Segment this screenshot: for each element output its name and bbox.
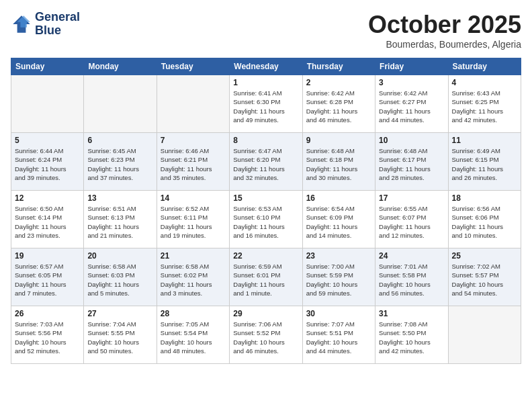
calendar-week-5: 26Sunrise: 7:03 AM Sunset: 5:56 PM Dayli… (11, 306, 521, 364)
calendar-cell: 26Sunrise: 7:03 AM Sunset: 5:56 PM Dayli… (11, 306, 84, 364)
calendar-cell: 12Sunrise: 6:50 AM Sunset: 6:14 PM Dayli… (11, 191, 84, 248)
day-info: Sunrise: 6:45 AM Sunset: 6:23 PM Dayligh… (87, 146, 152, 182)
day-number: 12 (15, 193, 80, 203)
day-info: Sunrise: 6:48 AM Sunset: 6:18 PM Dayligh… (306, 146, 371, 182)
logo: General Blue (11, 11, 80, 38)
day-number: 25 (452, 251, 517, 261)
day-info: Sunrise: 6:43 AM Sunset: 6:25 PM Dayligh… (452, 89, 517, 124)
calendar-cell: 5Sunrise: 6:44 AM Sunset: 6:24 PM Daylig… (11, 133, 84, 191)
calendar-cell: 24Sunrise: 7:01 AM Sunset: 5:58 PM Dayli… (375, 248, 448, 306)
calendar-cell: 13Sunrise: 6:51 AM Sunset: 6:13 PM Dayli… (84, 191, 157, 248)
day-info: Sunrise: 7:08 AM Sunset: 5:50 PM Dayligh… (379, 320, 444, 355)
day-number: 30 (306, 309, 371, 318)
day-info: Sunrise: 6:50 AM Sunset: 6:14 PM Dayligh… (15, 204, 80, 240)
day-number: 10 (379, 136, 444, 145)
location-subtitle: Boumerdas, Boumerdes, Algeria (368, 39, 521, 50)
calendar-week-1: 1Sunrise: 6:41 AM Sunset: 6:30 PM Daylig… (11, 75, 521, 133)
day-number: 29 (233, 309, 298, 318)
day-info: Sunrise: 7:02 AM Sunset: 5:57 PM Dayligh… (452, 262, 517, 298)
day-number: 14 (161, 193, 226, 203)
calendar-cell: 18Sunrise: 6:56 AM Sunset: 6:06 PM Dayli… (448, 191, 521, 248)
day-info: Sunrise: 6:44 AM Sunset: 6:24 PM Dayligh… (15, 146, 80, 182)
day-number: 20 (87, 251, 152, 261)
day-number: 23 (306, 251, 371, 261)
page-header: General Blue October 2025 Boumerdas, Bou… (11, 11, 521, 50)
day-info: Sunrise: 6:47 AM Sunset: 6:20 PM Dayligh… (233, 146, 298, 182)
calendar-cell (448, 306, 521, 364)
day-info: Sunrise: 6:56 AM Sunset: 6:06 PM Dayligh… (452, 204, 517, 240)
calendar-cell: 29Sunrise: 7:06 AM Sunset: 5:52 PM Dayli… (230, 306, 302, 364)
day-info: Sunrise: 7:03 AM Sunset: 5:56 PM Dayligh… (15, 320, 80, 355)
day-number: 15 (233, 193, 298, 203)
day-info: Sunrise: 7:01 AM Sunset: 5:58 PM Dayligh… (379, 262, 444, 298)
calendar-cell: 1Sunrise: 6:41 AM Sunset: 6:30 PM Daylig… (230, 75, 302, 133)
day-number: 7 (161, 136, 226, 145)
calendar-cell: 16Sunrise: 6:54 AM Sunset: 6:09 PM Dayli… (302, 191, 375, 248)
day-info: Sunrise: 6:58 AM Sunset: 6:02 PM Dayligh… (161, 262, 226, 298)
day-number: 22 (233, 251, 298, 261)
calendar-cell: 4Sunrise: 6:43 AM Sunset: 6:25 PM Daylig… (448, 75, 521, 133)
weekday-header-tuesday: Tuesday (157, 58, 229, 75)
calendar-cell: 17Sunrise: 6:55 AM Sunset: 6:07 PM Dayli… (375, 191, 448, 248)
day-number: 19 (15, 251, 80, 261)
day-info: Sunrise: 7:06 AM Sunset: 5:52 PM Dayligh… (233, 320, 298, 355)
calendar-cell: 8Sunrise: 6:47 AM Sunset: 6:20 PM Daylig… (230, 133, 302, 191)
weekday-header-wednesday: Wednesday (230, 58, 302, 75)
day-number: 28 (161, 309, 226, 318)
month-title: October 2025 (368, 11, 521, 39)
day-number: 5 (15, 136, 80, 145)
day-number: 24 (379, 251, 444, 261)
day-info: Sunrise: 7:07 AM Sunset: 5:51 PM Dayligh… (306, 320, 371, 355)
day-number: 6 (87, 136, 152, 145)
weekday-header-monday: Monday (84, 58, 157, 75)
logo-icon (11, 13, 32, 35)
calendar-cell: 7Sunrise: 6:46 AM Sunset: 6:21 PM Daylig… (157, 133, 229, 191)
calendar-cell: 28Sunrise: 7:05 AM Sunset: 5:54 PM Dayli… (157, 306, 229, 364)
calendar-week-4: 19Sunrise: 6:57 AM Sunset: 6:05 PM Dayli… (11, 248, 521, 306)
calendar-cell: 3Sunrise: 6:42 AM Sunset: 6:27 PM Daylig… (375, 75, 448, 133)
calendar-cell: 19Sunrise: 6:57 AM Sunset: 6:05 PM Dayli… (11, 248, 84, 306)
day-info: Sunrise: 6:59 AM Sunset: 6:01 PM Dayligh… (233, 262, 298, 298)
day-info: Sunrise: 6:57 AM Sunset: 6:05 PM Dayligh… (15, 262, 80, 298)
day-info: Sunrise: 6:52 AM Sunset: 6:11 PM Dayligh… (161, 204, 226, 240)
day-info: Sunrise: 7:05 AM Sunset: 5:54 PM Dayligh… (161, 320, 226, 355)
calendar-cell: 9Sunrise: 6:48 AM Sunset: 6:18 PM Daylig… (302, 133, 375, 191)
day-info: Sunrise: 6:42 AM Sunset: 6:28 PM Dayligh… (306, 89, 371, 124)
calendar-cell: 30Sunrise: 7:07 AM Sunset: 5:51 PM Dayli… (302, 306, 375, 364)
day-number: 11 (452, 136, 517, 145)
weekday-header-row: SundayMondayTuesdayWednesdayThursdayFrid… (11, 58, 521, 75)
logo-text: General Blue (35, 11, 80, 38)
day-number: 1 (233, 78, 298, 87)
day-number: 3 (379, 78, 444, 87)
day-number: 21 (161, 251, 226, 261)
calendar-cell: 10Sunrise: 6:48 AM Sunset: 6:17 PM Dayli… (375, 133, 448, 191)
day-info: Sunrise: 6:48 AM Sunset: 6:17 PM Dayligh… (379, 146, 444, 182)
calendar-cell: 11Sunrise: 6:49 AM Sunset: 6:15 PM Dayli… (448, 133, 521, 191)
title-block: October 2025 Boumerdas, Boumerdes, Alger… (368, 11, 521, 50)
day-info: Sunrise: 6:51 AM Sunset: 6:13 PM Dayligh… (87, 204, 152, 240)
calendar-cell (84, 75, 157, 133)
calendar-cell: 22Sunrise: 6:59 AM Sunset: 6:01 PM Dayli… (230, 248, 302, 306)
day-info: Sunrise: 6:55 AM Sunset: 6:07 PM Dayligh… (379, 204, 444, 240)
calendar-week-3: 12Sunrise: 6:50 AM Sunset: 6:14 PM Dayli… (11, 191, 521, 248)
day-number: 13 (87, 193, 152, 203)
day-number: 9 (306, 136, 371, 145)
day-info: Sunrise: 6:53 AM Sunset: 6:10 PM Dayligh… (233, 204, 298, 240)
calendar-table: SundayMondayTuesdayWednesdayThursdayFrid… (11, 58, 521, 364)
calendar-cell: 6Sunrise: 6:45 AM Sunset: 6:23 PM Daylig… (84, 133, 157, 191)
day-number: 26 (15, 309, 80, 318)
day-number: 16 (306, 193, 371, 203)
day-info: Sunrise: 7:04 AM Sunset: 5:55 PM Dayligh… (87, 320, 152, 355)
weekday-header-friday: Friday (375, 58, 448, 75)
calendar-cell: 15Sunrise: 6:53 AM Sunset: 6:10 PM Dayli… (230, 191, 302, 248)
weekday-header-thursday: Thursday (302, 58, 375, 75)
calendar-cell: 25Sunrise: 7:02 AM Sunset: 5:57 PM Dayli… (448, 248, 521, 306)
day-number: 27 (87, 309, 152, 318)
day-info: Sunrise: 6:41 AM Sunset: 6:30 PM Dayligh… (233, 89, 298, 124)
day-number: 2 (306, 78, 371, 87)
day-number: 18 (452, 193, 517, 203)
calendar-cell: 2Sunrise: 6:42 AM Sunset: 6:28 PM Daylig… (302, 75, 375, 133)
day-number: 4 (452, 78, 517, 87)
weekday-header-sunday: Sunday (11, 58, 84, 75)
calendar-week-2: 5Sunrise: 6:44 AM Sunset: 6:24 PM Daylig… (11, 133, 521, 191)
